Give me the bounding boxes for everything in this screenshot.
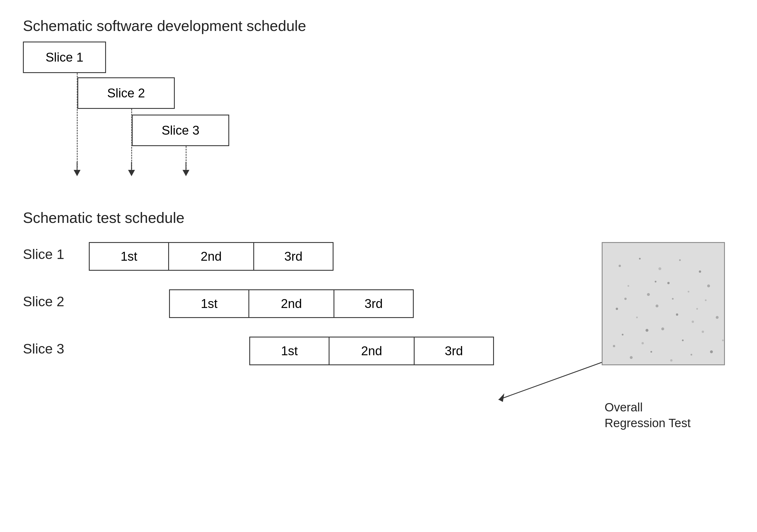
svg-point-31 <box>690 354 692 356</box>
svg-point-33 <box>722 340 724 341</box>
svg-point-38 <box>646 329 649 332</box>
svg-point-34 <box>613 345 615 347</box>
svg-point-28 <box>630 356 633 359</box>
svg-point-32 <box>710 350 713 353</box>
arrow-1 <box>73 162 82 177</box>
svg-point-24 <box>642 342 644 344</box>
svg-marker-5 <box>183 170 189 176</box>
svg-point-22 <box>716 316 719 319</box>
svg-point-14 <box>667 282 670 284</box>
svg-marker-1 <box>74 170 80 176</box>
dev-slice3-label: Slice 3 <box>162 123 199 137</box>
test-row3-cell1: 1st <box>249 337 329 365</box>
dev-slice2-box: Slice 2 <box>77 77 175 109</box>
svg-point-8 <box>639 258 641 259</box>
svg-point-18 <box>636 316 638 318</box>
svg-point-12 <box>627 285 629 287</box>
dev-section-title: Schematic software development schedule <box>23 17 306 34</box>
svg-point-39 <box>705 299 707 301</box>
svg-point-7 <box>619 265 621 267</box>
test-row1-cell1: 1st <box>89 242 169 271</box>
test-row-2-cells: 1st 2nd 3rd <box>169 289 414 318</box>
test-row2-cell1: 1st <box>169 289 249 318</box>
test-row3-cell2: 2nd <box>329 337 414 365</box>
dev-slice3-box: Slice 3 <box>132 115 229 146</box>
dev-slice2-label: Slice 2 <box>107 86 145 100</box>
svg-point-23 <box>622 334 623 336</box>
svg-point-27 <box>702 331 704 333</box>
svg-point-13 <box>647 293 650 296</box>
dev-slice1-box: Slice 1 <box>23 42 106 73</box>
svg-point-11 <box>699 270 701 273</box>
test-row-3-label: Slice 3 <box>23 341 64 357</box>
arrow-2 <box>127 162 136 177</box>
svg-point-25 <box>661 327 664 330</box>
test-row-1-label: Slice 1 <box>23 246 64 262</box>
test-row-2-label: Slice 2 <box>23 294 64 310</box>
svg-point-26 <box>682 340 684 341</box>
svg-line-41 <box>499 362 602 399</box>
test-row1-cell2: 2nd <box>168 242 254 271</box>
svg-point-17 <box>616 308 618 310</box>
test-row1-cell3: 3rd <box>253 242 334 271</box>
svg-point-29 <box>651 351 652 353</box>
svg-marker-3 <box>128 170 135 176</box>
dev-slice1-label: Slice 1 <box>45 50 83 65</box>
dashed-line-2 <box>131 109 132 169</box>
regression-arrow <box>441 360 607 405</box>
svg-point-30 <box>670 359 673 362</box>
test-section-title: Schematic test schedule <box>23 209 185 226</box>
svg-point-21 <box>696 308 698 310</box>
test-row-1-cells: 1st 2nd 3rd <box>89 242 334 271</box>
svg-point-37 <box>672 298 674 300</box>
svg-point-16 <box>707 284 710 287</box>
test-row2-cell2: 2nd <box>248 289 334 318</box>
regression-label: Overall Regression Test <box>605 399 690 431</box>
svg-rect-6 <box>603 243 725 365</box>
svg-point-15 <box>688 291 689 292</box>
svg-point-20 <box>676 313 678 316</box>
regression-box <box>602 242 725 365</box>
dashed-line-1 <box>77 73 78 167</box>
page: Schematic software development schedule … <box>0 0 757 532</box>
svg-point-9 <box>658 267 661 270</box>
svg-point-36 <box>692 321 694 323</box>
test-row2-cell3: 3rd <box>334 289 414 318</box>
arrow-3 <box>181 162 191 177</box>
svg-point-35 <box>655 281 656 282</box>
svg-point-40 <box>624 298 627 300</box>
svg-point-10 <box>679 259 681 261</box>
svg-marker-42 <box>499 393 504 402</box>
svg-point-19 <box>655 305 658 308</box>
